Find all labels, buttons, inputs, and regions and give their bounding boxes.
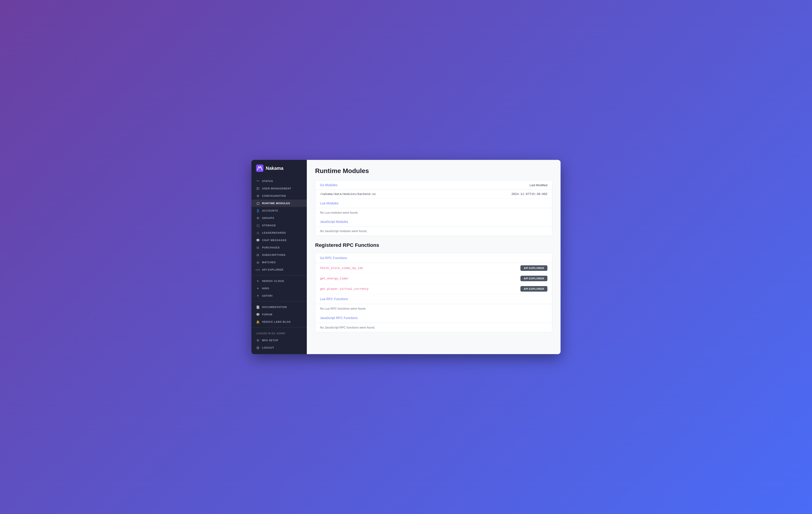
- sidebar-item-label: MATCHES: [262, 261, 276, 264]
- sidebar-item-label: CHAT MESSAGES: [262, 239, 287, 241]
- rpc-fn-name: get_player_virtual_currency: [320, 287, 520, 291]
- matches-icon: ◎: [256, 260, 260, 264]
- sidebar-item-chat-messages[interactable]: 💬 CHAT MESSAGES: [252, 236, 307, 244]
- api-explorer-icon: </>: [256, 268, 260, 272]
- accounts-icon: 👤: [256, 209, 260, 212]
- sidebar-item-heroic-cloud[interactable]: ✦ HEROIC CLOUD: [252, 277, 307, 285]
- go-module-date: 2024-11-07T15:30:00Z: [506, 192, 547, 196]
- rpc-section-title: Registered RPC Functions: [315, 242, 552, 248]
- sidebar-item-logout[interactable]: ⏻ LOGOUT: [252, 344, 307, 351]
- js-modules-header-row: JavaScript Modules: [315, 217, 552, 227]
- sidebar-divider-2: [252, 301, 307, 302]
- js-modules-label: JavaScript Modules: [320, 220, 547, 224]
- sidebar-navigation: 〜 STATUS ⚿ USER MANAGEMENT ⚙ CONFIGURATI…: [252, 176, 307, 327]
- sidebar-logo: Nakama: [252, 160, 307, 176]
- sidebar-item-label: STATUS: [262, 180, 273, 182]
- sidebar-bottom: LOGGED IN AS: ADMIN ⚙ MFA SETUP ⏻ LOGOUT: [252, 327, 307, 354]
- sidebar-item-satori[interactable]: ✦ SATORI: [252, 292, 307, 299]
- api-explorer-button-2[interactable]: API EXPLORER: [520, 276, 547, 281]
- sidebar-item-label: DOCUMENTATION: [262, 306, 287, 309]
- sidebar-item-label: FORUM: [262, 313, 272, 316]
- app-name: Nakama: [266, 166, 284, 171]
- sidebar-item-user-management[interactable]: ⚿ USER MANAGEMENT: [252, 185, 307, 192]
- sidebar-item-label: LOGOUT: [262, 346, 274, 349]
- leaderboards-icon: ◇: [256, 231, 260, 235]
- js-modules-empty: No JavaScript modules were found.: [315, 227, 552, 235]
- sidebar-item-label: HEROIC LABS BLOG: [262, 320, 291, 323]
- go-module-row: /nakama/data/modules/backend.so 2024-11-…: [315, 190, 552, 199]
- lua-modules-header-row: Lua Modules: [315, 199, 552, 208]
- lua-rpc-header: Lua RPC Functions: [315, 294, 552, 304]
- modules-table: Go Modules Last Modified /nakama/data/mo…: [315, 180, 552, 236]
- rpc-table: Go RPC Functions fetch_store_items_by_id…: [315, 253, 552, 332]
- sidebar-item-leaderboards[interactable]: ◇ LEADERBOARDS: [252, 229, 307, 236]
- sidebar-item-label: SUBSCRIPTIONS: [262, 254, 286, 256]
- user-management-icon: ⚿: [256, 187, 260, 190]
- sidebar-item-label: HIRO: [262, 287, 269, 290]
- go-rpc-header: Go RPC Functions: [315, 253, 552, 263]
- purchases-icon: ⊟: [256, 246, 260, 249]
- sidebar-item-mfa-setup[interactable]: ⚙ MFA SETUP: [252, 337, 307, 344]
- sidebar-item-label: LEADERBOARDS: [262, 231, 286, 234]
- sidebar-item-label: CONFIGURATION: [262, 195, 286, 197]
- sidebar-item-matches[interactable]: ◎ MATCHES: [252, 259, 307, 266]
- sidebar-item-runtime-modules[interactable]: ▢ RUNTIME MODULES: [252, 200, 307, 207]
- sidebar-item-groups[interactable]: ⚙ GROUPS: [252, 214, 307, 222]
- sidebar-item-label: PURCHASES: [262, 246, 280, 249]
- js-rpc-label: JavaScript RPC Functions: [320, 316, 357, 320]
- page-title: Runtime Modules: [315, 167, 552, 175]
- sidebar-item-label: API EXPLORER: [262, 268, 283, 271]
- rpc-row-get-player-virtual-currency: get_player_virtual_currency API EXPLORER: [315, 284, 552, 294]
- last-modified-label: Last Modified: [506, 183, 547, 187]
- lua-rpc-empty: No Lua RPC functions were found.: [315, 304, 552, 313]
- rpc-row-fetch-store-items: fetch_store_items_by_ids API EXPLORER: [315, 263, 552, 274]
- sidebar-item-label: STORAGE: [262, 224, 276, 227]
- rpc-row-get-energy-timer: get_energy_timer API EXPLORER: [315, 274, 552, 284]
- sidebar-item-label: RUNTIME MODULES: [262, 202, 290, 205]
- hiro-icon: ✦: [256, 287, 260, 290]
- forum-icon: 💬: [256, 313, 260, 316]
- groups-icon: ⚙: [256, 216, 260, 220]
- lua-modules-empty: No Lua modules were found.: [315, 208, 552, 217]
- main-content: Runtime Modules Go Modules Last Modified…: [307, 160, 560, 354]
- configuration-icon: ⚙: [256, 194, 260, 198]
- sidebar-item-label: MFA SETUP: [262, 339, 278, 342]
- sidebar-item-status[interactable]: 〜 STATUS: [252, 177, 307, 185]
- nakama-logo-icon: [256, 165, 263, 172]
- storage-icon: ▢: [256, 224, 260, 227]
- js-rpc-header: JavaScript RPC Functions: [315, 313, 552, 323]
- sidebar-item-documentation[interactable]: 📄 DOCUMENTATION: [252, 303, 307, 311]
- documentation-icon: 📄: [256, 305, 260, 309]
- sidebar-item-hiro[interactable]: ✦ HIRO: [252, 285, 307, 292]
- sidebar-item-api-explorer[interactable]: </> API EXPLORER: [252, 266, 307, 274]
- sidebar-item-configuration[interactable]: ⚙ CONFIGURATION: [252, 192, 307, 200]
- sidebar-item-storage[interactable]: ▢ STORAGE: [252, 222, 307, 229]
- sidebar-item-purchases[interactable]: ⊟ PURCHASES: [252, 244, 307, 251]
- heroic-cloud-icon: ✦: [256, 279, 260, 283]
- sidebar: Nakama 〜 STATUS ⚿ USER MANAGEMENT ⚙ CONF…: [252, 160, 307, 354]
- status-icon: 〜: [256, 179, 260, 183]
- api-explorer-button-3[interactable]: API EXPLORER: [520, 286, 547, 292]
- go-rpc-label: Go RPC Functions: [320, 256, 347, 260]
- go-module-path: /nakama/data/modules/backend.so: [320, 192, 506, 196]
- lua-modules-label: Lua Modules: [320, 201, 547, 205]
- api-explorer-button-1[interactable]: API EXPLORER: [520, 265, 547, 271]
- runtime-modules-icon: ▢: [256, 201, 260, 205]
- sidebar-item-label: USER MANAGEMENT: [262, 187, 291, 190]
- chat-messages-icon: 💬: [256, 238, 260, 242]
- sidebar-item-label: SATORI: [262, 294, 273, 297]
- js-rpc-empty: No JavaScript RPC functions were found.: [315, 323, 552, 332]
- mfa-setup-icon: ⚙: [256, 338, 260, 342]
- logout-icon: ⏻: [256, 346, 260, 349]
- sidebar-item-accounts[interactable]: 👤 ACCOUNTS: [252, 207, 307, 214]
- sidebar-item-label: HEROIC CLOUD: [262, 280, 284, 282]
- sidebar-item-forum[interactable]: 💬 FORUM: [252, 311, 307, 318]
- sidebar-item-label: ACCOUNTS: [262, 209, 278, 212]
- lua-rpc-label: Lua RPC Functions: [320, 297, 348, 301]
- sidebar-item-label: GROUPS: [262, 217, 274, 220]
- sidebar-item-heroic-labs-blog[interactable]: 🔔 HEROIC LABS BLOG: [252, 318, 307, 325]
- heroic-labs-blog-icon: 🔔: [256, 320, 260, 324]
- rpc-fn-name: fetch_store_items_by_ids: [320, 266, 520, 270]
- sidebar-item-subscriptions[interactable]: ⊟ SUBSCRIPTIONS: [252, 251, 307, 259]
- logged-in-label: LOGGED IN AS: ADMIN: [252, 331, 307, 337]
